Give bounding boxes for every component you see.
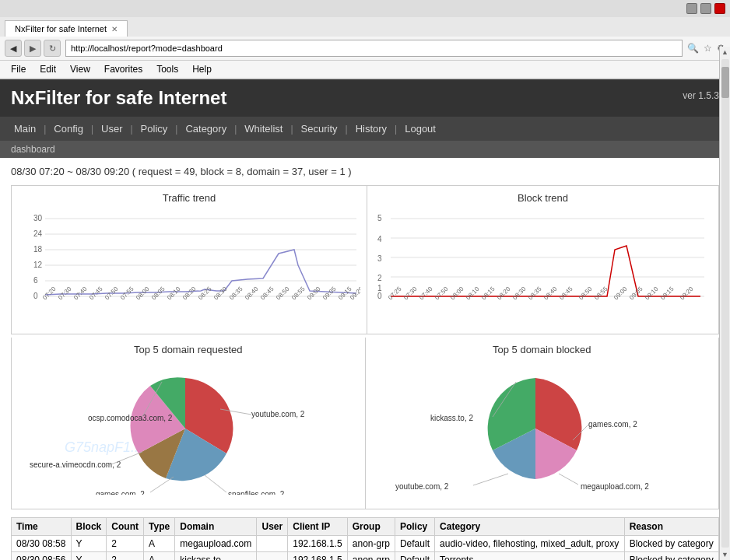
close-button[interactable] [714,3,725,14]
nav-main[interactable]: Main [8,117,42,141]
col-group[interactable]: Group [347,518,395,536]
browser-tab[interactable]: NxFilter for safe Internet ✕ [5,20,128,37]
nav-history[interactable]: History [349,117,393,141]
svg-text:0: 0 [33,292,38,300]
svg-text:07:40: 07:40 [418,285,434,302]
traffic-chart-panel: Traffic trend 30 24 18 12 6 0 [12,186,367,334]
svg-text:09:05: 09:05 [321,285,338,302]
app: NxFilter for safe Internet ver 1.5.3 Mai… [0,79,730,560]
svg-text:08:00: 08:00 [449,285,465,302]
maximize-button[interactable] [700,3,711,14]
table-cell: 2 [107,536,144,552]
block-chart-panel: Block trend 5 4 3 2 1 0 [367,186,718,334]
scroll-track[interactable] [721,59,729,548]
svg-text:09:05: 09:05 [628,285,644,302]
table-cell: 08/30 08:58 [12,536,72,552]
app-title: NxFilter for safe Internet [11,87,226,109]
table-cell: 2 [107,552,144,561]
svg-text:08:10: 08:10 [166,285,182,302]
menu-help[interactable]: Help [186,62,218,76]
col-block[interactable]: Block [71,518,107,536]
svg-line-79 [473,474,508,485]
address-bar: ◀ ▶ ↻ 🔍 ☆ ⚙ [0,37,730,61]
tab-close-icon[interactable]: ✕ [111,25,118,33]
svg-text:5: 5 [377,214,382,222]
minimize-button[interactable] [686,3,697,14]
nav-policy[interactable]: Policy [135,117,174,141]
svg-text:07:30: 07:30 [402,285,419,302]
nav-category[interactable]: Category [179,117,233,141]
nav-logout[interactable]: Logout [398,117,442,141]
table-row: 08/30 08:56Y2Akickass.to192.168.1.5anon-… [12,552,719,561]
block-chart-title: Block trend [374,192,712,204]
menu-file[interactable]: File [5,62,32,76]
search-icon[interactable]: 🔍 [687,43,699,54]
nav-whitelist[interactable]: Whitelist [238,117,289,141]
table-cell: Default [395,536,434,552]
address-input[interactable] [65,40,683,57]
svg-text:09:15: 09:15 [659,285,676,302]
nav-bar: Main | Config | User | Policy | Category… [0,117,730,141]
svg-text:08:50: 08:50 [275,285,291,302]
nav-user[interactable]: User [95,117,128,141]
svg-text:youtube.com, 2: youtube.com, 2 [251,410,305,418]
svg-text:08:50: 08:50 [577,285,594,302]
scroll-up-button[interactable]: ▲ [720,47,730,58]
scroll-down-button[interactable]: ▼ [720,549,730,560]
table-cell: 192.168.1.5 [288,552,348,561]
svg-text:08:40: 08:40 [244,285,260,302]
nav-config[interactable]: Config [47,117,89,141]
col-type[interactable]: Type [144,518,175,536]
svg-text:08:10: 08:10 [465,285,481,302]
menu-bar: File Edit View Favorites Tools Help [0,61,730,79]
date-range-text: 08/30 07:20 ~ 08/30 09:20 [11,166,129,177]
tab-bar: NxFilter for safe Internet ✕ [0,17,730,37]
svg-text:games.com, 2: games.com, 2 [588,420,637,429]
col-clientip[interactable]: Client IP [288,518,348,536]
svg-text:2: 2 [377,274,382,282]
table-cell: A [144,552,175,561]
nav-security[interactable]: Security [295,117,344,141]
col-domain[interactable]: Domain [175,518,257,536]
table-cell: Blocked by category [624,552,718,561]
svg-text:07:30: 07:30 [57,285,73,302]
block-chart-svg: 5 4 3 2 1 0 [374,207,708,327]
menu-view[interactable]: View [64,62,97,76]
table-cell: anon-grp [347,552,395,561]
svg-text:09:10: 09:10 [644,285,660,302]
data-table: Time Block Count Type Domain User Client… [11,517,719,560]
svg-text:08:55: 08:55 [593,285,609,302]
svg-text:08:45: 08:45 [558,285,574,302]
svg-text:08:35: 08:35 [527,285,543,302]
refresh-button[interactable]: ↻ [44,40,61,57]
svg-text:07:50: 07:50 [433,285,450,302]
col-category[interactable]: Category [435,518,625,536]
back-button[interactable]: ◀ [5,40,22,57]
col-count[interactable]: Count [107,518,144,536]
bookmark-icon[interactable]: ☆ [704,43,712,54]
menu-edit[interactable]: Edit [33,62,62,76]
svg-text:megaupload.com, 2: megaupload.com, 2 [581,482,649,491]
forward-button[interactable]: ▶ [24,40,41,57]
svg-text:08:30: 08:30 [511,285,528,302]
svg-line-72 [150,477,174,492]
table-cell: kickass.to [175,552,257,561]
breadcrumb: dashboard [0,141,730,158]
menu-tools[interactable]: Tools [150,62,184,76]
col-time[interactable]: Time [12,518,72,536]
menu-favorites[interactable]: Favorites [98,62,149,76]
svg-text:24: 24 [33,229,43,238]
vertical-scrollbar[interactable]: ▲ ▼ [719,47,730,560]
scroll-thumb[interactable] [721,67,729,98]
svg-text:youtube.com, 2: youtube.com, 2 [395,482,449,491]
svg-text:ocsp.comodoca3.com, 2: ocsp.comodoca3.com, 2 [88,414,173,422]
svg-text:4: 4 [377,235,382,243]
top5-requested-panel: Top 5 domain requested G75napF1... [12,338,366,509]
table-row: 08/30 08:58Y2Amegaupload.com192.168.1.5a… [12,536,719,552]
col-policy[interactable]: Policy [395,518,434,536]
svg-text:0: 0 [377,292,382,300]
col-reason[interactable]: Reason [624,518,718,536]
charts-row: Traffic trend 30 24 18 12 6 0 [11,185,719,334]
table-cell: Torrents [435,552,625,561]
col-user[interactable]: User [257,518,288,536]
